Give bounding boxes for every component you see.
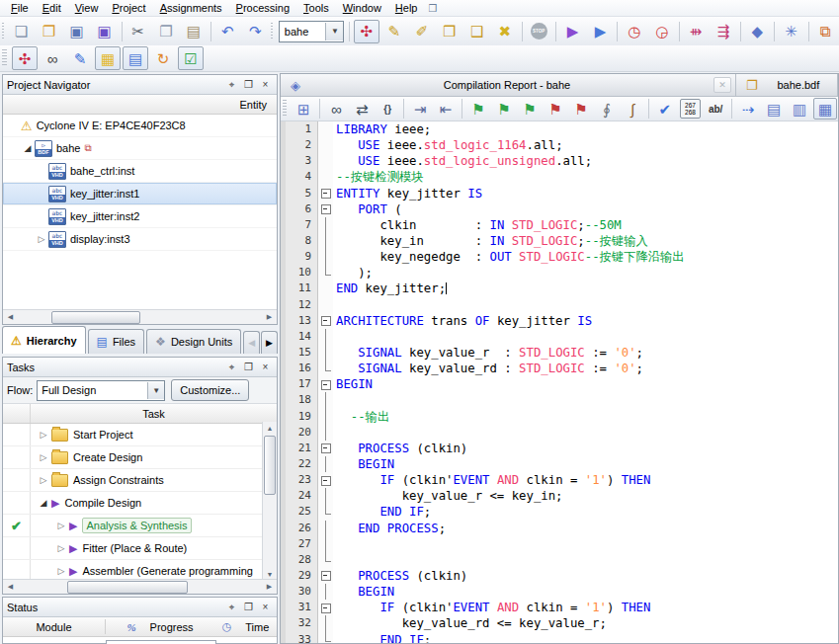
code-line[interactable]: 12 bbox=[281, 297, 838, 313]
tree-item-key-jitter-inst1[interactable]: abcVHDkey_jitter:inst1 bbox=[3, 183, 277, 205]
fold-collapse-icon[interactable] bbox=[321, 189, 331, 199]
menu-file[interactable]: File bbox=[4, 1, 36, 15]
code-line[interactable]: 25 END IF; bbox=[281, 504, 838, 520]
customize-button[interactable]: Customize... bbox=[171, 379, 249, 401]
menu-project[interactable]: Project bbox=[105, 1, 152, 15]
fold-margin[interactable] bbox=[318, 441, 333, 456]
tree-arrow-icon[interactable]: ▷ bbox=[54, 521, 68, 530]
window-menu-icon[interactable]: ❒ bbox=[429, 3, 438, 14]
code-line[interactable]: 28 bbox=[281, 552, 838, 568]
chevron-down-icon[interactable]: ▼ bbox=[147, 382, 164, 399]
bookmark-delete-button[interactable]: ⚑ bbox=[544, 98, 567, 120]
programmer-button[interactable]: ◆ bbox=[744, 20, 770, 43]
tree-arrow-icon[interactable]: ▷ bbox=[54, 566, 68, 576]
close-icon[interactable]: × bbox=[258, 601, 273, 614]
navigator-hscrollbar[interactable]: ◀ ▶ bbox=[3, 309, 277, 324]
code-line[interactable]: 23 IF (clkin'EVENT AND clkin = '1') THEN bbox=[281, 472, 838, 488]
menu-help[interactable]: Help bbox=[388, 1, 425, 15]
code-line[interactable]: 10 ); bbox=[281, 265, 838, 281]
tab-design-units[interactable]: ❖Design Units bbox=[146, 329, 241, 354]
task-row-compile-design[interactable]: ◢▶Compile Design bbox=[3, 492, 263, 515]
menu-edit[interactable]: Edit bbox=[36, 1, 68, 15]
tree-item-bahe[interactable]: ◢▷BDFbahe⧉ bbox=[3, 137, 277, 160]
code-line[interactable]: 5ENTITY key_jitter IS bbox=[281, 186, 838, 201]
cut-button[interactable]: ✂ bbox=[126, 20, 151, 43]
close-icon[interactable]: × bbox=[258, 361, 273, 374]
copy-button[interactable]: ❐ bbox=[153, 20, 179, 43]
menu-processing[interactable]: Processing bbox=[229, 1, 296, 15]
close-icon[interactable]: × bbox=[258, 78, 273, 92]
tree-arrow-icon[interactable]: ◢ bbox=[37, 498, 50, 508]
tasks-vscrollbar[interactable]: ▲ ▼ bbox=[262, 422, 277, 581]
float-icon[interactable]: ❐ bbox=[241, 78, 256, 92]
pin-icon[interactable]: ⌖ bbox=[224, 361, 239, 374]
tab-hierarchy[interactable]: ⚠Hierarchy bbox=[2, 326, 86, 354]
code-line[interactable]: 30 BEGIN bbox=[281, 584, 838, 600]
save-all-button[interactable]: ▣ bbox=[92, 20, 118, 43]
redo-button[interactable]: ↷ bbox=[242, 20, 268, 43]
menu-tools[interactable]: Tools bbox=[296, 1, 336, 15]
document-tab-2[interactable]: ❐bahe.bdf bbox=[736, 74, 838, 96]
tree-item-key-jitter-inst2[interactable]: abcVHDkey_jitter:inst2 bbox=[3, 205, 277, 228]
scroll-up-icon[interactable]: ▲ bbox=[263, 422, 277, 435]
timing-analyzer-button[interactable]: ◶ bbox=[649, 20, 675, 43]
code-line[interactable]: 22 BEGIN bbox=[281, 456, 838, 472]
fold-collapse-icon[interactable] bbox=[321, 316, 331, 326]
outdent-button[interactable]: ⇤ bbox=[434, 98, 458, 120]
pin-icon[interactable]: ⌖ bbox=[224, 78, 239, 92]
code-line[interactable]: 27 bbox=[281, 536, 838, 552]
scroll-right-icon[interactable]: ▶ bbox=[262, 581, 277, 594]
task-row-start-project[interactable]: ▷Start Project bbox=[3, 424, 263, 446]
fold-margin[interactable] bbox=[318, 600, 333, 615]
find-button[interactable]: ∞ bbox=[40, 46, 65, 70]
task-row-fitter-place-route-[interactable]: ▷▶Fitter (Place & Route) bbox=[3, 537, 263, 560]
code-line[interactable]: 6 PORT ( bbox=[281, 201, 838, 217]
code-line[interactable]: 15 SIGNAL key_value_r : STD_LOGIC := '0'… bbox=[281, 345, 838, 361]
tree-item-cyclone-iv-e-ep4ce40f23c8[interactable]: ⚠Cyclone IV E: EP4CE40F23C8 bbox=[3, 115, 277, 137]
code-line[interactable]: 32 key_value_rd <= key_value_r; bbox=[281, 615, 838, 631]
tree-arrow-icon[interactable]: ▷ bbox=[35, 234, 48, 244]
insert-template-button[interactable]: ∫ bbox=[621, 98, 644, 120]
fold-collapse-icon[interactable] bbox=[321, 476, 331, 486]
flow-select[interactable]: Full Design ▼ bbox=[37, 380, 165, 401]
find-replace-button[interactable]: ⇄ bbox=[350, 98, 374, 120]
code-line[interactable]: 8 key_in : IN STD_LOGIC;--按键输入 bbox=[281, 233, 838, 249]
bookmark-toggle-button[interactable]: ⚑ bbox=[466, 98, 490, 120]
tree-arrow-icon[interactable]: ▷ bbox=[37, 430, 50, 440]
code-line[interactable]: 26 END PROCESS; bbox=[281, 521, 838, 536]
device-settings-button[interactable]: ❑ bbox=[464, 20, 490, 43]
open-file-button[interactable]: ❐ bbox=[37, 20, 62, 43]
match-bracket-button[interactable]: {} bbox=[376, 98, 399, 120]
code-line[interactable]: 2 USE ieee.std_logic_1164.all; bbox=[281, 137, 838, 153]
refresh-button[interactable]: ↻ bbox=[150, 46, 176, 70]
code-line[interactable]: 3 USE ieee.std_logic_unsigned.all; bbox=[281, 153, 838, 169]
pin-icon[interactable]: ⌖ bbox=[224, 601, 239, 614]
scroll-left-icon[interactable]: ◀ bbox=[3, 311, 18, 324]
code-line[interactable]: 33 END IF; bbox=[281, 632, 838, 644]
tree-item-display-inst3[interactable]: ▷abcVHDdisplay:inst3 bbox=[3, 228, 277, 251]
tree-arrow-icon[interactable]: ▷ bbox=[54, 543, 68, 553]
code-line[interactable]: 9 key_negedge : OUT STD_LOGIC--按键下降沿输出 bbox=[281, 249, 838, 265]
goto-button[interactable]: ⇢ bbox=[736, 98, 760, 120]
comment-button[interactable]: ab/ bbox=[704, 98, 727, 120]
scroll-left-icon[interactable]: ◀ bbox=[3, 581, 18, 594]
fold-margin[interactable] bbox=[318, 201, 333, 217]
settings-dialog-button[interactable]: ✣ bbox=[354, 20, 379, 43]
indent-button[interactable]: ⇥ bbox=[408, 98, 432, 120]
code-editor[interactable]: 1LIBRARY ieee;2 USE ieee.std_logic_1164.… bbox=[281, 121, 838, 643]
save-button[interactable]: ▣ bbox=[64, 20, 90, 43]
task-row-create-design[interactable]: ▷Create Design bbox=[3, 446, 263, 469]
assignment-editor-button[interactable]: ✎ bbox=[381, 20, 407, 43]
menu-window[interactable]: Window bbox=[336, 1, 388, 15]
task-row-analysis-synthesis[interactable]: ✔▷▶Analysis & Synthesis bbox=[3, 515, 263, 537]
code-line[interactable]: 24 key_value_r <= key_in; bbox=[281, 488, 838, 504]
bookmark-prev-button[interactable]: ⚑ bbox=[518, 98, 542, 120]
code-line[interactable]: 7 clkin : IN STD_LOGIC;--50M bbox=[281, 217, 838, 233]
code-line[interactable]: 14 bbox=[281, 329, 838, 345]
task-row-assign-constraints[interactable]: ▷Assign Constraints bbox=[3, 469, 263, 492]
fold-margin[interactable] bbox=[318, 186, 333, 201]
chip-planner-button[interactable]: ⧉ bbox=[812, 20, 838, 43]
fold-collapse-icon[interactable] bbox=[321, 443, 331, 453]
fold-collapse-icon[interactable] bbox=[321, 380, 331, 390]
float-icon[interactable]: ❐ bbox=[241, 601, 256, 614]
